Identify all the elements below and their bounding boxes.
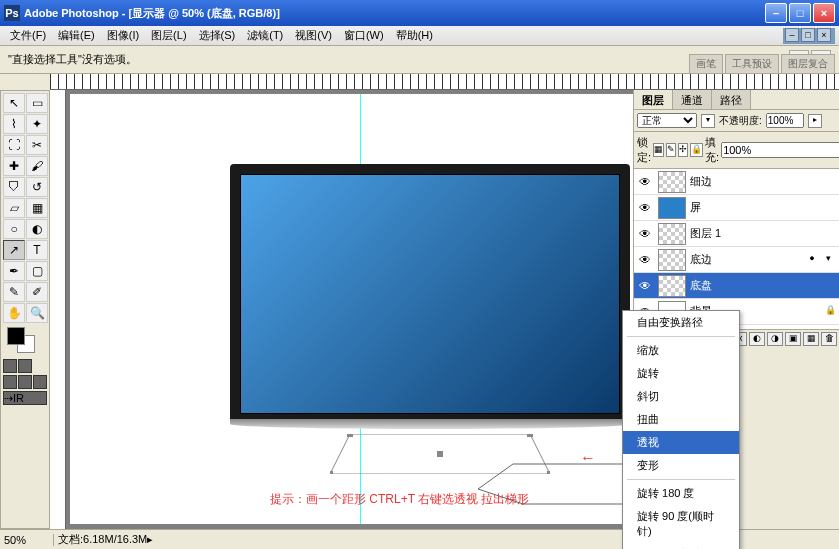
menu-view[interactable]: 视图(V) [289,26,338,45]
layer-thumbnail[interactable] [658,223,686,245]
eraser-tool[interactable]: ▱ [3,198,25,218]
layer-row[interactable]: 👁底盘 [634,273,839,299]
color-swatches[interactable] [3,327,47,357]
layer-name[interactable]: 细边 [690,174,837,189]
screenmode-full[interactable] [18,375,32,389]
menu-image[interactable]: 图像(I) [101,26,145,45]
blend-mode-select[interactable]: 正常 [637,113,697,128]
layer-name[interactable]: 图层 1 [690,226,837,241]
menu-help[interactable]: 帮助(H) [390,26,439,45]
blend-dropdown-icon[interactable]: ▾ [701,114,715,128]
layer-effects-toggle[interactable]: ▾ [821,253,835,267]
tab-layers[interactable]: 图层 [634,90,673,109]
layer-thumbnail[interactable] [658,275,686,297]
lock-position-icon[interactable]: ✢ [678,143,688,157]
layer-effects-icon[interactable]: ● [805,253,819,267]
layer-thumbnail[interactable] [658,171,686,193]
layer-name[interactable]: 底边 [690,252,805,267]
ctx-item[interactable]: 变形 [623,454,739,477]
opacity-input[interactable] [766,113,804,128]
type-tool[interactable]: T [26,240,48,260]
crop-tool[interactable]: ⛶ [3,135,25,155]
menu-file[interactable]: 文件(F) [4,26,52,45]
brush-tool[interactable]: 🖌 [26,156,48,176]
quickmask-on[interactable] [18,359,32,373]
layer-mask-button[interactable]: ◐ [749,332,765,346]
layer-thumbnail[interactable] [658,197,686,219]
menu-window[interactable]: 窗口(W) [338,26,390,45]
move-tool[interactable]: ↖ [3,93,25,113]
marquee-tool[interactable]: ▭ [26,93,48,113]
edit-imageready[interactable]: ⇢IR [3,391,47,405]
history-brush[interactable]: ↺ [26,177,48,197]
tab-channels[interactable]: 通道 [673,90,712,109]
tab-brushes[interactable]: 画笔 [689,54,723,74]
ctx-item[interactable]: 旋转 90 度(逆时针) [623,543,739,549]
ctx-item[interactable]: 斜切 [623,385,739,408]
ctx-title[interactable]: 自由变换路径 [623,311,739,334]
layer-new-button[interactable]: ▦ [803,332,819,346]
lock-transparent-icon[interactable]: ▦ [653,143,664,157]
dodge-tool[interactable]: ◐ [26,219,48,239]
stamp-tool[interactable]: ⛉ [3,177,25,197]
notes-tool[interactable]: ✎ [3,282,25,302]
layer-delete-button[interactable]: 🗑 [821,332,837,346]
ruler-vertical[interactable] [50,90,66,529]
menu-filter[interactable]: 滤镜(T) [241,26,289,45]
doc-minimize[interactable]: – [785,28,799,42]
ruler-horizontal[interactable] [50,74,839,90]
tab-paths[interactable]: 路径 [712,90,751,109]
hand-tool[interactable]: ✋ [3,303,25,323]
gradient-tool[interactable]: ▦ [26,198,48,218]
quickmask-off[interactable] [3,359,17,373]
layer-row[interactable]: 👁细边 [634,169,839,195]
doc-size-display[interactable]: 文档:6.18M/16.3M [54,532,147,547]
zoom-display[interactable]: 50% [4,534,54,546]
maximize-button[interactable]: □ [789,3,811,23]
layer-row[interactable]: 👁底边●▾ [634,247,839,273]
doc-close[interactable]: × [817,28,831,42]
shape-tool[interactable]: ▢ [26,261,48,281]
ctx-item[interactable]: 旋转 [623,362,739,385]
lock-all-icon[interactable]: 🔒 [690,143,703,157]
lasso-tool[interactable]: ⌇ [3,114,25,134]
screenmode-standard[interactable] [3,375,17,389]
ctx-item[interactable]: 旋转 180 度 [623,482,739,505]
ctx-item[interactable]: 透视 [623,431,739,454]
blur-tool[interactable]: ○ [3,219,25,239]
ctx-item[interactable]: 缩放 [623,339,739,362]
visibility-icon[interactable]: 👁 [636,199,654,217]
visibility-icon[interactable]: 👁 [636,277,654,295]
eyedropper-tool[interactable]: ✐ [26,282,48,302]
close-button[interactable]: × [813,3,835,23]
lock-image-icon[interactable]: ✎ [666,143,676,157]
pen-tool[interactable]: ✒ [3,261,25,281]
opacity-dropdown-icon[interactable]: ▸ [808,114,822,128]
foreground-color[interactable] [7,327,25,345]
fill-input[interactable] [721,142,839,158]
menu-layer[interactable]: 图层(L) [145,26,192,45]
layer-row[interactable]: 👁屏 [634,195,839,221]
minimize-button[interactable]: – [765,3,787,23]
layer-folder-button[interactable]: ▣ [785,332,801,346]
layer-adjust-button[interactable]: ◑ [767,332,783,346]
tab-toolpresets[interactable]: 工具预设 [725,54,779,74]
layer-name[interactable]: 底盘 [690,278,837,293]
doc-restore[interactable]: □ [801,28,815,42]
layer-name[interactable]: 屏 [690,200,837,215]
visibility-icon[interactable]: 👁 [636,251,654,269]
ctx-item[interactable]: 扭曲 [623,408,739,431]
menu-edit[interactable]: 编辑(E) [52,26,101,45]
status-dropdown-icon[interactable]: ▸ [147,533,153,546]
screenmode-fullmenu[interactable] [33,375,47,389]
layer-row[interactable]: 👁图层 1 [634,221,839,247]
zoom-tool[interactable]: 🔍 [26,303,48,323]
wand-tool[interactable]: ✦ [26,114,48,134]
tab-layercomps[interactable]: 图层复合 [781,54,835,74]
heal-tool[interactable]: ✚ [3,156,25,176]
layer-thumbnail[interactable] [658,249,686,271]
path-select-tool[interactable]: ↗ [3,240,25,260]
ctx-item[interactable]: 旋转 90 度(顺时针) [623,505,739,543]
menu-select[interactable]: 选择(S) [193,26,242,45]
visibility-icon[interactable]: 👁 [636,173,654,191]
